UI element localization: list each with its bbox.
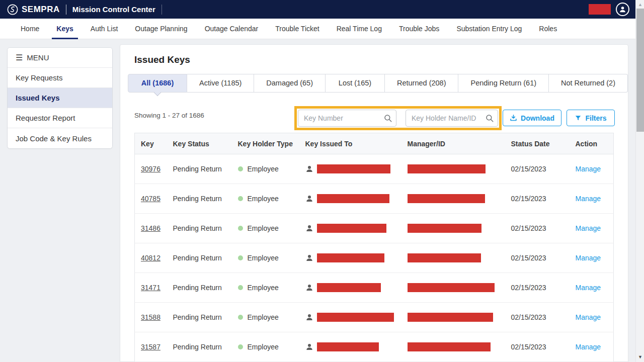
key-number-link[interactable]: 31587 [141,343,160,351]
nav-item-roles[interactable]: Roles [530,19,566,39]
col-header-action: Action [570,133,614,154]
nav-item-trouble-ticket[interactable]: Trouble Ticket [267,19,328,39]
user-avatar-button[interactable] [616,3,629,16]
person-icon [305,284,313,292]
key-issued-to-cell [305,224,401,233]
sidebar-item-issued-keys[interactable]: Issued Keys [8,88,112,108]
redacted-issued-to [317,194,389,203]
key-issued-to-cell [305,194,401,203]
col-header-key-holder-type: Key Holder Type [232,133,299,154]
table-header-row: Key Key Status Key Holder Type Key Issue… [135,133,614,154]
manage-link[interactable]: Manage [576,254,601,262]
scrollbar-up-arrow[interactable]: ▲ [636,0,644,9]
brand-logo: SEMPRA [7,4,60,15]
redacted-manager-id [408,164,486,173]
key-number-link[interactable]: 31588 [141,313,160,321]
col-header-key: Key [135,133,167,154]
table-row: 40785 Pending Return Employee 02/15/2023… [135,184,614,214]
page-title: Issued Keys [120,45,628,65]
key-issued-to-cell [305,253,401,262]
person-icon [305,343,313,351]
key-holder-type-cell: Employee [238,284,299,292]
download-tray-icon [510,114,517,122]
key-holder-type-cell: Employee [238,224,299,232]
nav-item-home[interactable]: Home [12,19,48,39]
holder-type-label: Employee [248,224,279,232]
person-icon [305,224,313,232]
redacted-issued-to [317,224,386,233]
tab-all[interactable]: All (1686) [128,74,187,93]
key-status-cell: Pending Return [167,184,232,214]
redacted-issued-to [317,164,390,173]
redacted-manager-id [408,313,493,322]
status-date-cell: 02/15/2023 [505,332,570,362]
manage-link[interactable]: Manage [576,224,601,232]
status-date-cell: 02/15/2023 [505,154,570,184]
header-divider [66,5,66,15]
key-holder-input[interactable] [406,110,498,127]
key-number-link[interactable]: 30976 [141,165,160,173]
tab-pending-return[interactable]: Pending Return (61) [458,74,549,93]
manage-link[interactable]: Manage [576,313,601,321]
download-button[interactable]: Download [503,110,561,126]
tab-damaged[interactable]: Damaged (65) [254,74,326,93]
brand-name: SEMPRA [22,5,60,15]
redacted-manager-id [408,342,491,351]
redacted-manager-id [408,224,481,233]
key-number-link[interactable]: 40785 [141,195,160,203]
sidebar-item-requestor-report[interactable]: Requestor Report [8,108,112,128]
table-row: 40812 Pending Return Employee 02/15/2023… [135,243,614,273]
nav-item-keys[interactable]: Keys [48,19,82,39]
tab-active[interactable]: Active (1185) [187,74,254,93]
nav-item-auth-list[interactable]: Auth List [82,19,126,39]
key-holder-type-cell: Employee [238,343,299,351]
nav-item-outage-calendar[interactable]: Outage Calendar [196,19,267,39]
key-number-link[interactable]: 40812 [141,254,160,262]
sidebar-item-key-requests[interactable]: Key Requests [8,68,112,88]
filters-button[interactable]: Filters [567,110,615,126]
redacted-manager-id [408,283,495,292]
app-title: Mission Control Center [72,5,155,14]
nav-item-substation-entry-log[interactable]: Substation Entry Log [448,19,530,39]
holder-type-label: Employee [248,343,279,351]
nav-item-trouble-jobs[interactable]: Trouble Jobs [390,19,448,39]
redacted-issued-to [317,313,394,322]
nav-item-real-time-log[interactable]: Real Time Log [328,19,390,39]
status-dot-icon [238,315,243,320]
download-button-label: Download [521,114,554,122]
tab-lost[interactable]: Lost (165) [326,74,385,93]
manage-link[interactable]: Manage [576,195,601,203]
key-issued-to-cell [305,342,401,351]
manage-link[interactable]: Manage [576,165,601,173]
key-number-input[interactable] [298,110,396,127]
key-status-cell: Pending Return [167,243,232,273]
manage-link[interactable]: Manage [576,343,601,351]
scrollbar-down-arrow[interactable]: ▼ [636,352,644,361]
redacted-manager-id [408,253,481,262]
filters-button-label: Filters [585,114,606,122]
tab-returned[interactable]: Returned (208) [385,74,459,93]
manage-link[interactable]: Manage [576,284,601,292]
nav-item-outage-planning[interactable]: Outage Planning [126,19,196,39]
holder-type-label: Employee [248,284,279,292]
key-number-link[interactable]: 31486 [141,224,160,232]
status-date-cell: 02/15/2023 [505,214,570,243]
status-dot-icon [238,255,243,260]
status-dot-icon [238,166,243,171]
page-scrollbar[interactable]: ▲ ▼ [635,0,644,362]
key-number-link[interactable]: 31471 [141,284,160,292]
sidebar-menu-toggle[interactable]: ☰ MENU [8,48,112,68]
key-issued-to-cell [305,283,401,292]
sidebar-item-job-code-key-rules[interactable]: Job Code & Key Rules [8,128,112,148]
redacted-issued-to [317,253,384,262]
tab-not-returned[interactable]: Not Returned (2) [549,74,628,93]
status-tab-strip: All (1686) Active (1185) Damaged (65) Lo… [128,74,628,93]
key-holder-type-cell: Employee [238,195,299,203]
table-controls: Showing 1 - 27 of 1686 [120,93,628,133]
key-issued-to-cell [305,313,401,322]
scrollbar-thumb[interactable] [636,9,644,132]
table-row: 30976 Pending Return Employee 02/15/2023… [135,154,614,184]
person-icon [305,165,313,173]
key-holder-type-cell: Employee [238,313,299,321]
status-date-cell: 02/15/2023 [505,243,570,273]
